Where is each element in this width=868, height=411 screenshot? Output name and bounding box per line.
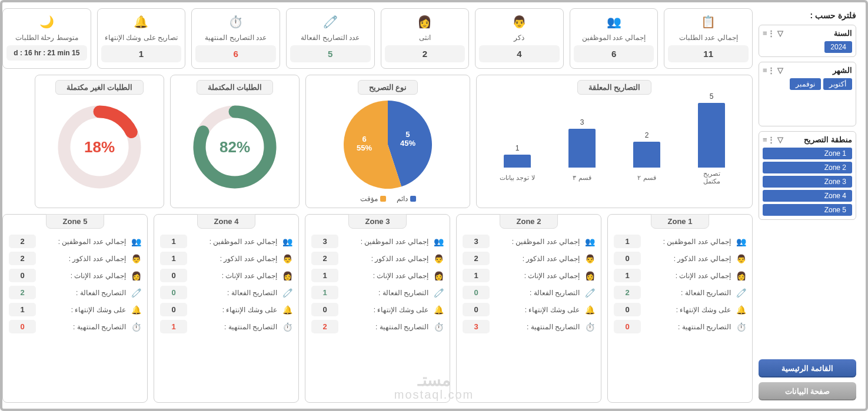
zone-metric-icon: 👨 bbox=[282, 254, 292, 263]
legend-swatch bbox=[380, 196, 386, 202]
donut-incomplete-title: الطلبات الغير مكتملة bbox=[55, 80, 144, 95]
zone-metric-label: التصاريح الفعالة : bbox=[192, 289, 277, 297]
zone-metric-row: 👥إجمالي عدد الموظفين :3 bbox=[311, 235, 444, 248]
filter-chip[interactable]: Zone 2 bbox=[763, 162, 852, 173]
zone-metric-row: 🔔على وشك الإنتهاء :0 bbox=[311, 303, 444, 316]
zone-metric-value: 1 bbox=[311, 269, 338, 282]
zone-card: Zone 2👥إجمالي عدد الموظفين :3👨إجمالي عدد… bbox=[456, 214, 601, 403]
filter-funnel-icon[interactable]: ▽ bbox=[777, 29, 783, 38]
zone-metric-icon: ⏱️ bbox=[584, 322, 595, 332]
zone-metric-value: 1 bbox=[614, 235, 641, 248]
filter-zone: منطقة التصريح ▽ ⋮≡ Zone 1Zone 2Zone 3Zon… bbox=[759, 131, 856, 220]
filter-funnel-icon[interactable]: ▽ bbox=[777, 135, 783, 144]
zone-metric-label: التصاريح الفعالة : bbox=[646, 289, 731, 297]
zone-metric-value: 3 bbox=[463, 235, 490, 248]
zone-metric-label: التصاريح الفعالة : bbox=[494, 289, 580, 297]
legend-label: مؤقت bbox=[360, 195, 378, 203]
zone-metric-row: 👩إجمالي عدد الإناث :0 bbox=[9, 269, 141, 282]
zone-metric-row: 🔔على وشك الإنتهاء :0 bbox=[160, 303, 292, 316]
bar-column: 2قسم ٢ bbox=[629, 131, 664, 185]
filter-year-controls[interactable]: ▽ ⋮≡ bbox=[763, 29, 783, 38]
pie-chart: 545%655% bbox=[344, 101, 432, 189]
kpi-value: 4 bbox=[479, 45, 560, 62]
kpi-card: 🧷عدد التصاريح الفعالة5 bbox=[286, 8, 375, 69]
main-menu-button[interactable]: القائمة الرئيسية bbox=[759, 359, 856, 377]
kpi-value: 1 bbox=[101, 45, 182, 62]
zone-metric-icon: ⏱️ bbox=[433, 322, 444, 332]
kpi-card: 👨ذكر4 bbox=[475, 8, 564, 69]
filter-funnel-icon[interactable]: ▽ bbox=[777, 66, 783, 75]
zone-metric-row: 🔔على وشك الإنتهاء :0 bbox=[614, 303, 746, 316]
zone-metric-label: إجمالي عدد الإناث : bbox=[494, 272, 580, 280]
zone-metric-icon: 🔔 bbox=[282, 305, 292, 315]
pie-chart-card: نوع التصريح 545%655% دائممؤقت bbox=[305, 75, 470, 208]
zone-metric-icon: 👨 bbox=[736, 254, 746, 263]
zone-metric-row: 🧷التصاريح الفعالة :0 bbox=[160, 286, 292, 299]
bar-value-label: 2 bbox=[645, 131, 649, 139]
kpi-card: 👥إجمالي عدد الموظفين6 bbox=[570, 8, 659, 69]
zone-metric-icon: 👨 bbox=[131, 254, 141, 263]
kpi-label: إجمالي عدد الموظفين bbox=[582, 34, 646, 42]
filter-chip[interactable]: Zone 3 bbox=[763, 176, 852, 188]
zone-metric-icon: 🔔 bbox=[736, 305, 746, 315]
zone-metric-label: على وشك الإنتهاء : bbox=[192, 306, 277, 314]
zone-metric-row: 👩إجمالي عدد الإناث :1 bbox=[614, 269, 746, 282]
zone-metric-label: إجمالي عدد الموظفين : bbox=[494, 238, 580, 246]
data-page-button[interactable]: صفحة البيانات bbox=[759, 382, 856, 400]
zone-metric-icon: 🔔 bbox=[584, 305, 595, 315]
zone-metric-icon: 🧷 bbox=[282, 288, 292, 298]
zone-metric-value: 0 bbox=[463, 286, 490, 299]
zone-metric-row: 👨إجمالي عدد الذكور :2 bbox=[311, 252, 444, 265]
kpi-label: انثى bbox=[419, 34, 431, 42]
filter-chip[interactable]: أكتوبر bbox=[823, 78, 852, 90]
donut-complete: 82% bbox=[191, 103, 279, 191]
zone-metric-icon: ⏱️ bbox=[282, 322, 292, 332]
filter-zone-controls[interactable]: ▽ ⋮≡ bbox=[763, 135, 783, 144]
zone-metric-value: 0 bbox=[9, 320, 36, 333]
zone-metric-row: 🧷التصاريح الفعالة :0 bbox=[463, 286, 595, 299]
pie-chart-title: نوع التصريح bbox=[358, 80, 418, 95]
kpi-value: 6 bbox=[195, 45, 276, 62]
zone-metric-label: إجمالي عدد الموظفين : bbox=[646, 238, 731, 246]
zone-metric-label: إجمالي عدد الذكور : bbox=[343, 255, 428, 263]
filter-chip[interactable]: 2024 bbox=[824, 41, 852, 53]
filter-month-controls[interactable]: ▽ ⋮≡ bbox=[763, 66, 783, 75]
zone-metric-label: التصاريح المنتهية : bbox=[494, 323, 580, 331]
filter-sidebar: فلترة حسب : السنة ▽ ⋮≡ 2024 الشهر ▽ ⋮≡ أ… bbox=[759, 8, 860, 403]
zone-metric-label: إجمالي عدد الإناث : bbox=[41, 272, 126, 280]
filter-chip[interactable]: نوفمبر bbox=[790, 78, 821, 90]
bar-rect bbox=[568, 129, 596, 168]
filter-settings-icon[interactable]: ⋮≡ bbox=[763, 135, 775, 144]
filter-year: السنة ▽ ⋮≡ 2024 bbox=[759, 25, 856, 57]
zone-metric-value: 2 bbox=[463, 252, 490, 265]
legend-item: مؤقت bbox=[360, 195, 386, 203]
zone-metric-row: 👥إجمالي عدد الموظفين :2 bbox=[9, 235, 141, 248]
filter-settings-icon[interactable]: ⋮≡ bbox=[763, 66, 775, 75]
zone-metric-value: 2 bbox=[311, 320, 338, 333]
zone-metric-row: 👩إجمالي عدد الإناث :1 bbox=[311, 269, 444, 282]
filter-settings-icon[interactable]: ⋮≡ bbox=[763, 29, 775, 38]
kpi-icon: 👨 bbox=[511, 14, 527, 30]
dashboard-frame: فلترة حسب : السنة ▽ ⋮≡ 2024 الشهر ▽ ⋮≡ أ… bbox=[0, 0, 868, 411]
bar-column: 3قسم ٣ bbox=[564, 118, 600, 185]
zone-metric-row: ⏱️التصاريح المنتهية :2 bbox=[311, 320, 444, 333]
pie-slice-label: 655% bbox=[357, 135, 372, 152]
main-content: 📋إجمالي عدد الطلبات11👥إجمالي عدد الموظفي… bbox=[2, 8, 753, 403]
zone-metric-label: إجمالي عدد الموظفين : bbox=[343, 238, 428, 246]
filter-chip[interactable]: Zone 1 bbox=[763, 148, 852, 159]
bar-value-label: 5 bbox=[710, 92, 714, 101]
zone-metric-value: 1 bbox=[311, 286, 338, 299]
donut-complete-title: الطلبات المكتملة bbox=[197, 80, 274, 95]
zone-metric-value: 0 bbox=[614, 303, 641, 316]
zone-metric-value: 0 bbox=[160, 286, 187, 299]
filter-chip[interactable]: Zone 4 bbox=[763, 190, 852, 202]
zone-card: Zone 5👥إجمالي عدد الموظفين :2👨إجمالي عدد… bbox=[2, 214, 148, 403]
kpi-label: تصاريح على وشك الإنتهاء bbox=[105, 34, 178, 42]
zone-metric-icon: 🧷 bbox=[131, 288, 141, 298]
zone-metric-label: التصاريح المنتهية : bbox=[41, 323, 126, 331]
zone-metric-label: التصاريح الفعالة : bbox=[41, 289, 126, 297]
filter-chip[interactable]: Zone 5 bbox=[763, 204, 852, 216]
zone-metric-icon: 👥 bbox=[282, 237, 292, 246]
zone-metric-row: 🔔على وشك الإنتهاء :1 bbox=[9, 303, 141, 316]
zone-metric-icon: 👩 bbox=[736, 271, 746, 280]
